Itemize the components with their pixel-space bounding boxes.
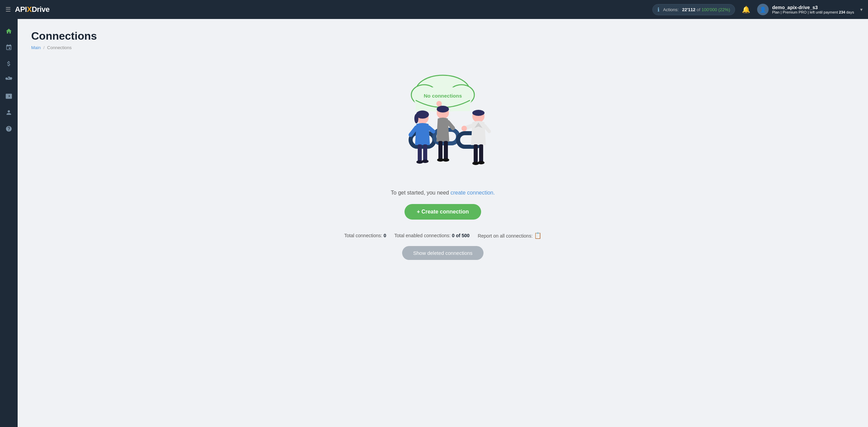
page-content: Connections Main / Connections (18, 19, 868, 427)
svg-point-33 (478, 161, 485, 164)
avatar: 👤 (757, 4, 769, 15)
total-connections-label: Total connections: 0 (344, 233, 386, 238)
create-connection-button[interactable]: + Create connection (405, 204, 481, 220)
show-deleted-connections-button[interactable]: Show deleted connections (402, 246, 483, 260)
logo-drive: Drive (32, 5, 50, 14)
bell-icon[interactable]: 🔔 (742, 5, 750, 14)
svg-rect-30 (474, 144, 478, 163)
svg-point-27 (472, 110, 485, 116)
svg-point-19 (436, 101, 442, 106)
sidebar-item-integrations[interactable] (2, 73, 16, 87)
enabled-connections-label: Total enabled connections: 0 of 500 (394, 233, 470, 238)
sidebar-item-profile[interactable] (2, 106, 16, 119)
logo-x: X (27, 5, 32, 14)
user-name: demo_apix-drive_s3 (772, 5, 854, 10)
actions-label: Actions: (663, 7, 678, 12)
breadcrumb-sep: / (43, 45, 46, 50)
sidebar (0, 19, 18, 427)
page-title: Connections (31, 30, 854, 42)
svg-rect-16 (423, 144, 427, 161)
svg-rect-23 (444, 141, 448, 160)
user-section[interactable]: 👤 demo_apix-drive_s3 Plan | Premium PRO … (757, 4, 863, 15)
tagline: To get started, you need create connecti… (391, 190, 495, 196)
breadcrumb-home[interactable]: Main (31, 45, 41, 50)
main-layout: Connections Main / Connections (0, 19, 868, 427)
report-connections-label: Report on all connections: 📋 (478, 232, 541, 239)
sidebar-item-home[interactable] (2, 24, 16, 38)
center-area: No connections (31, 64, 854, 260)
svg-point-18 (422, 160, 429, 163)
sidebar-item-video[interactable] (2, 89, 16, 103)
svg-rect-15 (418, 144, 422, 161)
breadcrumb-current: Connections (47, 45, 72, 50)
topnav: ☰ APIXDrive ℹ Actions: 22'112 of 100'000… (0, 0, 868, 19)
sidebar-item-help[interactable] (2, 122, 16, 136)
sidebar-item-connections[interactable] (2, 41, 16, 54)
svg-point-25 (442, 158, 449, 162)
chevron-down-icon: ▾ (860, 7, 863, 12)
logo: APIXDrive (15, 5, 50, 14)
user-plan: Plan | Premium PRO | left until payment … (772, 10, 854, 14)
svg-text:No connections: No connections (424, 93, 462, 99)
report-icon[interactable]: 📋 (534, 232, 541, 239)
illustration: No connections (372, 70, 514, 179)
breadcrumb: Main / Connections (31, 45, 854, 50)
tagline-prefix: To get started, you need (391, 190, 451, 196)
user-info: demo_apix-drive_s3 Plan | Premium PRO | … (772, 5, 854, 14)
svg-point-21 (437, 106, 449, 113)
actions-of: of (697, 7, 702, 12)
svg-point-29 (461, 126, 467, 131)
tagline-link[interactable]: create connection. (451, 190, 495, 196)
enabled-connections-value: 0 of 500 (452, 233, 470, 238)
logo-api: API (15, 5, 27, 14)
actions-current: 22'112 of 100'000 (22%) (682, 7, 730, 12)
svg-rect-22 (438, 141, 442, 160)
sidebar-item-billing[interactable] (2, 57, 16, 70)
svg-point-14 (414, 114, 418, 123)
actions-pill: ℹ Actions: 22'112 of 100'000 (22%) (652, 4, 735, 15)
info-icon: ℹ (657, 6, 659, 13)
stats-row: Total connections: 0 Total enabled conne… (344, 232, 541, 239)
menu-icon[interactable]: ☰ (5, 6, 11, 13)
total-connections-value: 0 (383, 233, 386, 238)
svg-rect-31 (479, 144, 483, 163)
